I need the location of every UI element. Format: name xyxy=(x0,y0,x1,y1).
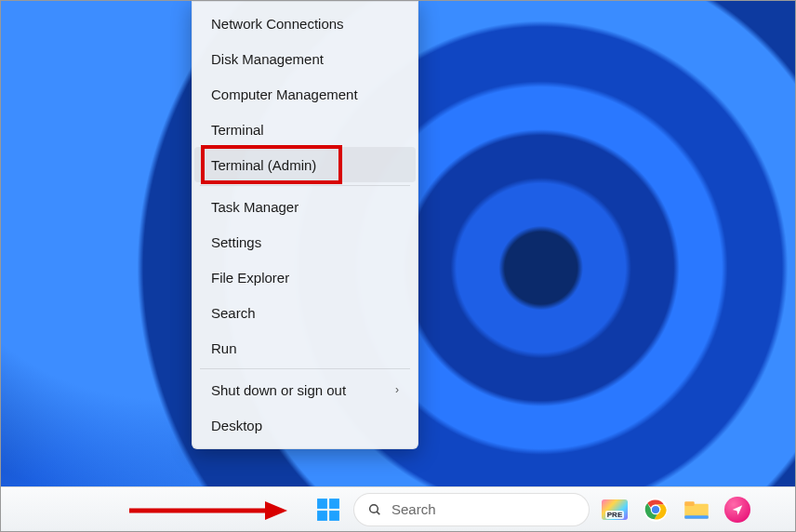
menu-item-search[interactable]: Search xyxy=(194,295,416,330)
chrome-icon xyxy=(643,497,669,523)
taskbar-pin-copilot-preview[interactable]: PRE xyxy=(599,494,630,525)
menu-item-label: Network Connections xyxy=(211,16,344,32)
menu-item-label: Desktop xyxy=(211,418,262,433)
menu-item-label: File Explorer xyxy=(211,270,289,286)
svg-rect-10 xyxy=(684,501,694,506)
menu-item-task-manager[interactable]: Task Manager xyxy=(194,189,416,224)
svg-rect-0 xyxy=(317,499,327,509)
svg-rect-3 xyxy=(329,511,339,521)
menu-item-file-explorer[interactable]: File Explorer xyxy=(194,259,416,295)
menu-item-network-connections[interactable]: Network Connections xyxy=(194,6,416,41)
search-icon xyxy=(367,502,382,517)
menu-item-disk-management[interactable]: Disk Management xyxy=(194,41,416,76)
menu-item-terminal[interactable]: Terminal xyxy=(194,112,416,147)
taskbar-pin-file-explorer[interactable] xyxy=(681,494,712,525)
start-button[interactable] xyxy=(312,494,344,525)
taskbar-pin-chrome[interactable] xyxy=(640,494,671,525)
menu-item-computer-management[interactable]: Computer Management xyxy=(194,76,416,112)
menu-item-label: Terminal (Admin) xyxy=(211,157,316,173)
taskbar: Search PRE xyxy=(1,486,795,531)
menu-item-label: Settings xyxy=(211,234,261,250)
menu-item-shut-down-or-sign-out[interactable]: Shut down or sign out› xyxy=(194,372,416,407)
search-placeholder: Search xyxy=(391,501,436,517)
menu-item-settings[interactable]: Settings xyxy=(194,224,416,259)
file-explorer-icon xyxy=(683,499,710,520)
app-pink-icon xyxy=(724,497,750,523)
menu-item-label: Search xyxy=(211,305,256,321)
menu-separator xyxy=(200,368,410,369)
svg-rect-11 xyxy=(684,515,708,518)
menu-item-label: Run xyxy=(211,340,237,356)
menu-item-terminal-admin[interactable]: Terminal (Admin) xyxy=(194,147,416,182)
menu-separator xyxy=(200,185,410,186)
svg-line-5 xyxy=(377,512,379,514)
menu-item-label: Disk Management xyxy=(211,51,324,67)
menu-item-run[interactable]: Run xyxy=(194,330,416,366)
taskbar-pin-app[interactable] xyxy=(722,494,753,525)
windows-logo-icon xyxy=(316,498,340,522)
menu-item-label: Shut down or sign out xyxy=(211,382,346,398)
copilot-preview-icon: PRE xyxy=(602,499,628,520)
winx-context-menu: Network ConnectionsDisk ManagementComput… xyxy=(192,1,418,449)
svg-point-4 xyxy=(370,504,378,512)
menu-item-desktop[interactable]: Desktop xyxy=(194,407,416,443)
svg-rect-2 xyxy=(317,511,327,521)
menu-item-label: Computer Management xyxy=(211,86,358,102)
menu-item-label: Task Manager xyxy=(211,199,298,215)
menu-item-label: Terminal xyxy=(211,122,264,138)
svg-rect-1 xyxy=(329,499,339,509)
chevron-right-icon: › xyxy=(395,383,399,396)
taskbar-search[interactable]: Search xyxy=(353,493,590,526)
